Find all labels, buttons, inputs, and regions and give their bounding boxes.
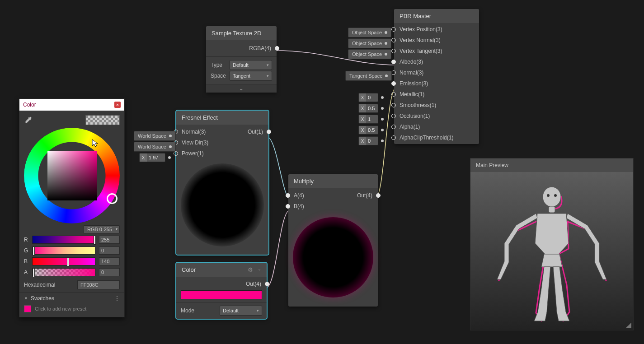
b-slider[interactable] [32, 257, 95, 265]
input-label: Albedo(3) [400, 59, 423, 65]
node-multiply[interactable]: Multiply A(4) B(4) Out(4) [288, 174, 378, 307]
input-label-power: Power(1) [182, 150, 204, 157]
chevron-down-icon[interactable]: ▼ [24, 296, 28, 301]
input-label-a: A(4) [294, 192, 304, 199]
space-tag[interactable]: Tangent Space [345, 71, 392, 81]
eyedropper-icon[interactable] [24, 116, 32, 124]
output-label: Out(4) [357, 192, 372, 199]
svg-rect-1 [549, 206, 555, 213]
input-port-a[interactable] [286, 193, 290, 198]
b-value[interactable]: 140 [99, 257, 120, 265]
chevron-down-icon[interactable]: ⌄ [258, 266, 261, 273]
gear-icon[interactable]: ⚙ [248, 266, 253, 273]
input-port-vertex-normal[interactable] [391, 38, 396, 42]
node-fresnel-effect[interactable]: Fresnel Effect Normal(3) View Dir(3) Pow… [176, 111, 268, 255]
status-dot [385, 53, 387, 56]
input-label-b: B(4) [294, 203, 304, 209]
input-label: Normal(3) [400, 70, 423, 76]
current-color-swatch [85, 115, 120, 125]
r-slider[interactable] [32, 236, 95, 244]
space-tag[interactable]: Object Space [348, 38, 391, 48]
saturation-value-box[interactable] [47, 151, 97, 200]
r-value[interactable]: 255 [99, 236, 120, 244]
smoothness-field[interactable]: X0.5 [358, 104, 378, 113]
main-preview-panel[interactable]: Main Preview [470, 158, 634, 330]
chevron-down-icon: ▾ [267, 74, 269, 78]
svg-point-3 [554, 194, 557, 197]
panel-title-bar[interactable]: Color × [19, 99, 124, 111]
alpha-field[interactable]: X0.5 [358, 126, 378, 135]
resize-handle[interactable] [626, 323, 631, 328]
input-port-alpha[interactable] [391, 125, 396, 129]
input-port-vertex-position[interactable] [391, 27, 396, 32]
space-label: Space [211, 73, 226, 79]
color-wheel[interactable] [24, 128, 120, 223]
alphaclip-field[interactable]: X0 [358, 136, 378, 145]
type-select[interactable]: Default▾ [230, 60, 272, 70]
panel-title: Color [23, 102, 36, 108]
color-swatch[interactable] [181, 290, 262, 299]
panel-title: Main Preview [470, 158, 633, 172]
a-slider[interactable] [32, 268, 95, 276]
input-label: Alpha(1) [400, 124, 420, 130]
mode-select[interactable]: Default▾ [220, 306, 262, 316]
hex-field[interactable]: FF008C [77, 280, 120, 289]
g-label: G [24, 247, 28, 254]
preset-swatch[interactable] [24, 305, 31, 312]
input-port-occlusion[interactable] [391, 114, 396, 118]
g-value[interactable]: 0 [99, 246, 120, 255]
output-label: RGBA(4) [249, 45, 271, 51]
space-tag-viewdir[interactable]: World Space [134, 142, 176, 152]
input-port-power[interactable] [174, 151, 178, 156]
output-port-out[interactable] [267, 130, 271, 134]
input-port-normal[interactable] [391, 70, 396, 75]
node-sample-texture-2d[interactable]: Sample Texture 2D RGBA(4) Type Default▾ … [206, 26, 277, 93]
input-label: Occlusion(1) [400, 113, 430, 119]
input-port-smoothness[interactable] [391, 103, 396, 107]
node-color[interactable]: Color ⚙ ⌄ Out(4) Mode Default▾ [176, 263, 267, 319]
status-dot [168, 156, 171, 159]
input-port-metallic[interactable] [391, 92, 396, 97]
output-port-out[interactable] [265, 282, 269, 286]
more-icon[interactable]: ⋮ [114, 295, 120, 302]
input-port-albedo[interactable] [391, 60, 396, 64]
power-field[interactable]: X1.97 [139, 153, 165, 162]
g-slider[interactable] [32, 246, 95, 255]
metallic-field[interactable]: X0 [358, 93, 378, 102]
node-pbr-master[interactable]: PBR Master Vertex Position(3) Vertex Nor… [394, 9, 479, 144]
a-value[interactable]: 0 [99, 268, 120, 276]
output-label: Out(1) [248, 129, 263, 135]
color-mode-select[interactable]: RGB 0-255▾ [83, 225, 120, 233]
status-dot [381, 129, 384, 131]
node-title: Multiply [288, 174, 378, 188]
output-port-out[interactable] [376, 193, 381, 198]
chevron-down-icon: ▾ [267, 63, 269, 67]
expand-toggle[interactable]: ⌄ [206, 84, 277, 93]
svg-point-2 [547, 194, 550, 197]
input-port-b[interactable] [286, 204, 290, 209]
input-port-emission[interactable] [391, 81, 396, 86]
color-picker-panel[interactable]: Color × RGB 0-255▾ R 255 G 0 [19, 98, 125, 317]
status-dot [385, 31, 387, 34]
input-label-normal: Normal(3) [182, 129, 206, 135]
space-tag-normal[interactable]: World Space [134, 131, 176, 141]
input-label: Vertex Normal(3) [400, 37, 441, 43]
input-port-alphaclip[interactable] [391, 135, 396, 140]
input-label: Vertex Tangent(3) [400, 48, 442, 54]
input-port-vertex-tangent[interactable] [391, 49, 396, 53]
swatches-label: Swatches [31, 295, 54, 302]
output-port-rgba[interactable] [275, 46, 279, 51]
space-tag[interactable]: Object Space [348, 49, 391, 59]
preview-viewport[interactable] [470, 172, 633, 330]
hex-label: Hexadecimal [24, 282, 55, 288]
status-dot [169, 135, 172, 137]
input-label: AlphaClipThreshold(1) [400, 135, 453, 141]
hue-indicator[interactable] [107, 193, 118, 204]
space-tag[interactable]: Object Space [348, 28, 391, 37]
node-preview [181, 163, 264, 246]
preset-hint: Click to add new preset [35, 306, 86, 311]
occlusion-field[interactable]: X1 [358, 115, 378, 124]
status-dot [381, 139, 384, 142]
space-select[interactable]: Tangent▾ [230, 71, 272, 81]
close-button[interactable]: × [114, 102, 121, 108]
